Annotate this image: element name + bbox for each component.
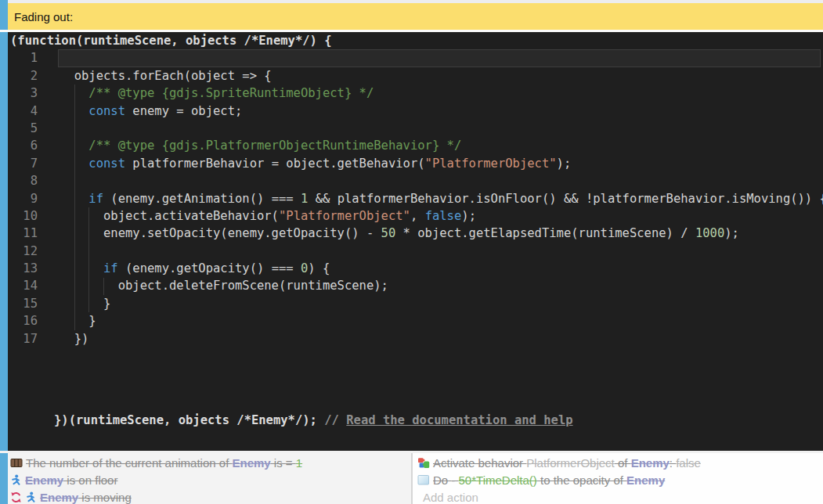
code-line-text — [38, 243, 60, 260]
opacity-icon — [417, 474, 430, 486]
code-line-text: const enemy = object; — [38, 103, 242, 120]
code-header-line: (function(runtimeScene, objects /*Enemy*… — [8, 32, 823, 49]
code-line-text — [38, 172, 60, 189]
event-selection-strip — [0, 0, 8, 504]
line-number: 9 — [8, 190, 38, 207]
code-footer-text: })(runtimeScene, objects /*Enemy*/); — [54, 413, 324, 427]
conditions-column: The number of the current animation of E… — [8, 453, 413, 504]
code-line-text: object.activateBehavior("PlatformerObjec… — [38, 207, 476, 225]
code-line[interactable]: 5 — [8, 120, 823, 137]
platformer-icon — [10, 474, 22, 486]
code-line[interactable]: 1 — [8, 49, 823, 67]
condition-row-text: Enemy is on floor — [25, 473, 117, 487]
js-code-editor[interactable]: (function(runtimeScene, objects /*Enemy*… — [8, 32, 823, 451]
code-line[interactable]: 13 if (enemy.getOpacity() === 0) { — [8, 260, 823, 277]
action-row-text: Activate behavior PlatformerObject of En… — [433, 456, 701, 470]
condition-row-text: The number of the current animation of E… — [26, 456, 302, 470]
line-number: 3 — [8, 85, 38, 102]
code-line-text: objects.forEach(object => { — [38, 67, 272, 85]
action-row[interactable]: Activate behavior PlatformerObject of En… — [417, 454, 823, 471]
code-line[interactable]: 14 object.deleteFromScene(runtimeScene); — [8, 277, 823, 294]
documentation-link[interactable]: Read the documentation and help — [346, 413, 572, 427]
code-line-text: if (enemy.getAnimation() === 1 && platfo… — [38, 190, 823, 207]
code-line-text — [38, 49, 60, 67]
code-line-text: if (enemy.getOpacity() === 0) { — [38, 260, 330, 277]
code-line[interactable]: 6 /** @type {gdjs.PlatformerObjectRuntim… — [8, 137, 823, 154]
line-number: 5 — [8, 120, 38, 137]
code-line-text: } — [38, 312, 96, 329]
code-line[interactable]: 4 const enemy = object; — [8, 103, 823, 120]
code-line-text: object.deleteFromScene(runtimeScene); — [38, 277, 388, 294]
code-line-text: /** @type {gdjs.PlatformerObjectRuntimeB… — [38, 137, 461, 154]
condition-row[interactable]: Enemy is on floor — [10, 471, 411, 488]
code-line-text: }) — [38, 330, 88, 347]
code-line[interactable]: 17 }) — [8, 330, 823, 347]
code-line-text: } — [38, 295, 110, 312]
code-line-text: enemy.setOpacity(enemy.getOpacity() - 50… — [38, 225, 739, 242]
condition-row[interactable]: Enemy is moving — [10, 488, 411, 504]
event-sheet: Fading out: (function(runtimeScene, obje… — [0, 0, 823, 504]
actions-column: Activate behavior PlatformerObject of En… — [413, 453, 823, 504]
actions-list: Activate behavior PlatformerObject of En… — [417, 454, 823, 488]
line-number: 8 — [8, 172, 38, 189]
code-line[interactable]: 3 /** @type {gdjs.SpriteRuntimeObject} *… — [8, 85, 823, 102]
condition-row-text: Enemy is moving — [40, 491, 132, 504]
comment-event[interactable]: Fading out: — [8, 3, 823, 30]
line-number: 1 — [8, 49, 38, 67]
line-number: 7 — [8, 155, 38, 172]
line-number: 16 — [8, 312, 38, 329]
code-line[interactable]: 11 enemy.setOpacity(enemy.getOpacity() -… — [8, 225, 823, 242]
code-line[interactable]: 16 } — [8, 312, 823, 329]
standard-event: The number of the current animation of E… — [8, 453, 823, 504]
action-row-text: Do - 50*TimeDelta() to the opacity of En… — [433, 473, 665, 487]
comment-event-text: Fading out: — [14, 10, 73, 23]
code-footer-line: })(runtimeScene, objects /*Enemy*/); // … — [10, 394, 573, 447]
code-line[interactable]: 7 const platformerBehavior = object.getB… — [8, 155, 823, 172]
invert-icon — [10, 491, 22, 503]
behavior-icon — [417, 457, 430, 469]
line-number: 11 — [8, 225, 38, 242]
line-number: 14 — [8, 277, 38, 294]
code-line[interactable]: 2 objects.forEach(object => { — [8, 67, 823, 85]
add-action-button[interactable]: Add action — [417, 488, 823, 504]
code-line[interactable]: 10 object.activateBehavior("PlatformerOb… — [8, 207, 823, 225]
code-line[interactable]: 12 — [8, 243, 823, 260]
animation-icon — [10, 457, 23, 469]
line-number: 17 — [8, 330, 38, 347]
line-number: 4 — [8, 103, 38, 120]
comment-slashes: // — [324, 413, 346, 427]
condition-row[interactable]: The number of the current animation of E… — [10, 454, 411, 471]
code-line[interactable]: 15 } — [8, 295, 823, 312]
line-number: 2 — [8, 67, 38, 85]
line-number: 15 — [8, 295, 38, 312]
line-number: 13 — [8, 260, 38, 277]
action-row[interactable]: Do - 50*TimeDelta() to the opacity of En… — [417, 471, 823, 488]
line-number: 10 — [8, 207, 38, 225]
code-line-text: /** @type {gdjs.SpriteRuntimeObject} */ — [38, 85, 374, 102]
line-number: 6 — [8, 137, 38, 154]
code-line[interactable]: 9 if (enemy.getAnimation() === 1 && plat… — [8, 190, 823, 207]
platformer-icon — [25, 491, 37, 503]
code-line-text — [38, 120, 60, 137]
code-lines: 12 objects.forEach(object => {3 /** @typ… — [8, 49, 823, 347]
code-line-text: const platformerBehavior = object.getBeh… — [38, 155, 571, 172]
line-number: 12 — [8, 243, 38, 260]
code-line[interactable]: 8 — [8, 172, 823, 189]
